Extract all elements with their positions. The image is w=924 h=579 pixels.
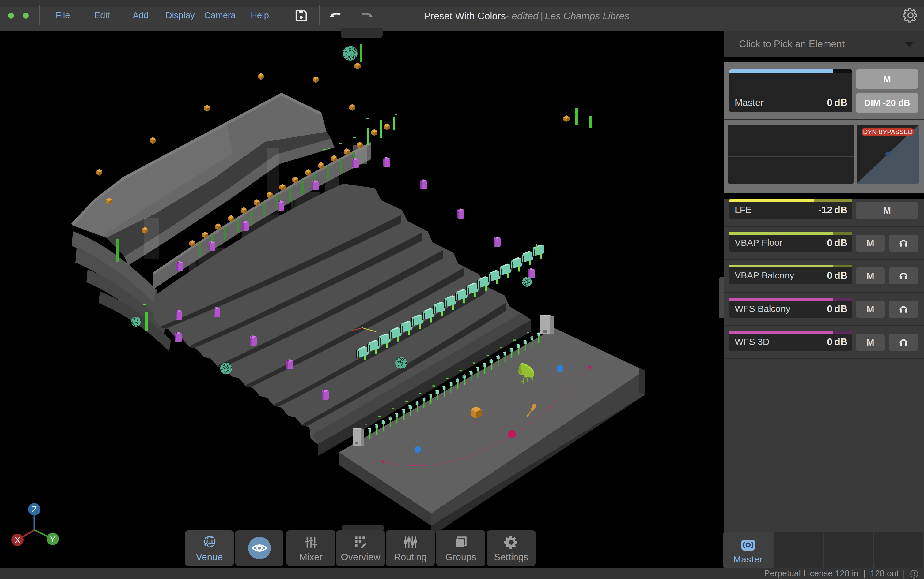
- svg-text:X: X: [15, 535, 21, 545]
- svg-text:Y: Y: [50, 534, 56, 544]
- svg-text:Z: Z: [31, 505, 37, 514]
